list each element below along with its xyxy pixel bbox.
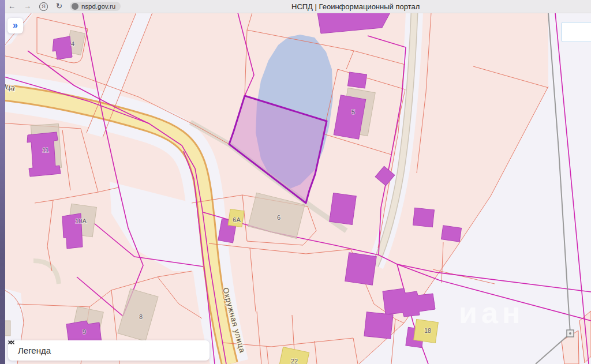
url-text: nspd.gov.ru	[81, 3, 115, 10]
map-canvas[interactable]: 4 11 10А 5 6 6А 8 9 18 22 ица Окружная у…	[0, 0, 591, 364]
label-8: 8	[139, 313, 143, 320]
label-18: 18	[424, 327, 431, 334]
legend-panel[interactable]: Легенда	[8, 340, 210, 361]
sidebar-expand-button[interactable]: »	[8, 18, 23, 33]
refresh-icon[interactable]: ↻	[56, 0, 62, 13]
address-bar[interactable]: nspd.gov.ru	[70, 2, 121, 11]
label-9: 9	[83, 328, 86, 335]
legend-label: Легенда	[18, 346, 51, 355]
label-5: 5	[351, 108, 355, 115]
map-info-box[interactable]	[561, 22, 591, 42]
label-4: 4	[71, 40, 74, 47]
label-6a: 6А	[233, 216, 241, 223]
label-6: 6	[277, 214, 280, 221]
label-22: 22	[291, 358, 298, 364]
label-10a: 10А	[75, 217, 87, 224]
browser-toolbar: ← → Я ↻ nspd.gov.ru НСПД | Геоинформацио…	[0, 0, 591, 13]
lock-icon	[72, 3, 78, 10]
label-11: 11	[42, 147, 48, 153]
page-title: НСПД | Геоинформационный портал	[291, 0, 420, 13]
watermark-text: иан	[459, 296, 524, 329]
window-edge-strip	[0, 0, 5, 364]
browser-logo-icon[interactable]: Я	[39, 2, 48, 11]
back-icon[interactable]: ←	[8, 0, 16, 13]
forward-icon[interactable]: →	[24, 0, 31, 13]
